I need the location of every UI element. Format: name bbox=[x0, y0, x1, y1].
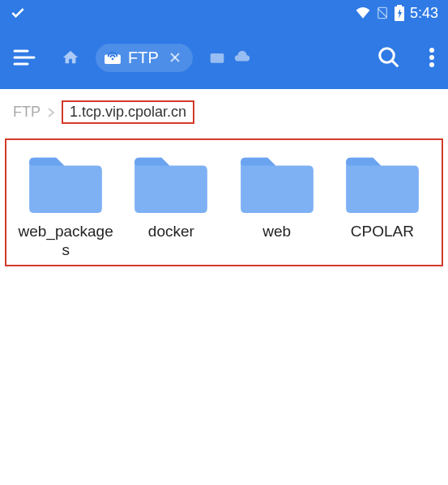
status-right: 5:43 bbox=[355, 5, 438, 22]
search-button[interactable] bbox=[377, 45, 401, 70]
svg-line-14 bbox=[392, 61, 399, 67]
svg-line-1 bbox=[378, 9, 387, 18]
folder-grid: web_packages docker web CPOLAR bbox=[13, 151, 435, 260]
breadcrumb-current[interactable]: 1.tcp.vip.cpolar.cn bbox=[62, 100, 194, 124]
more-button[interactable] bbox=[429, 47, 435, 68]
svg-point-9 bbox=[112, 57, 114, 60]
inactive-tabs bbox=[209, 50, 251, 65]
breadcrumb: FTP 1.tcp.vip.cpolar.cn bbox=[0, 89, 448, 132]
folder-label: web bbox=[262, 223, 291, 241]
status-bar: 5:43 bbox=[0, 0, 448, 26]
folder-label: docker bbox=[148, 223, 194, 241]
battery-charging-icon bbox=[394, 5, 405, 21]
folder-icon bbox=[131, 151, 211, 216]
folder-icon bbox=[237, 151, 317, 216]
svg-point-16 bbox=[429, 55, 434, 60]
chevron-right-icon bbox=[47, 107, 55, 118]
breadcrumb-root[interactable]: FTP bbox=[13, 104, 41, 121]
folder-item[interactable]: web_packages bbox=[13, 151, 118, 260]
folder-label: CPOLAR bbox=[351, 223, 414, 241]
status-left bbox=[10, 5, 26, 21]
ftp-icon bbox=[104, 50, 122, 65]
svg-point-13 bbox=[380, 49, 395, 63]
svg-point-15 bbox=[429, 48, 434, 53]
wifi-icon bbox=[355, 5, 371, 21]
svg-rect-12 bbox=[210, 53, 224, 63]
folder-item[interactable]: web bbox=[224, 151, 330, 260]
storage-icon[interactable] bbox=[209, 50, 225, 65]
folder-icon bbox=[26, 151, 105, 216]
folder-label: web_packages bbox=[17, 223, 114, 260]
folder-grid-highlight: web_packages docker web CPOLAR bbox=[5, 138, 443, 266]
folder-item[interactable]: CPOLAR bbox=[330, 151, 435, 260]
svg-rect-3 bbox=[397, 5, 402, 6]
menu-button[interactable] bbox=[13, 48, 36, 67]
folder-item[interactable]: docker bbox=[118, 151, 224, 260]
sim-icon bbox=[376, 6, 389, 20]
check-icon bbox=[10, 5, 26, 21]
app-header: FTP bbox=[0, 26, 448, 89]
status-time: 5:43 bbox=[410, 5, 438, 22]
cloud-icon[interactable] bbox=[233, 50, 251, 65]
home-button[interactable] bbox=[62, 49, 79, 66]
tab-ftp[interactable]: FTP bbox=[96, 44, 193, 72]
svg-point-17 bbox=[429, 62, 434, 67]
tab-close-button[interactable] bbox=[169, 51, 181, 64]
folder-icon bbox=[343, 151, 422, 216]
tab-label: FTP bbox=[128, 49, 159, 67]
